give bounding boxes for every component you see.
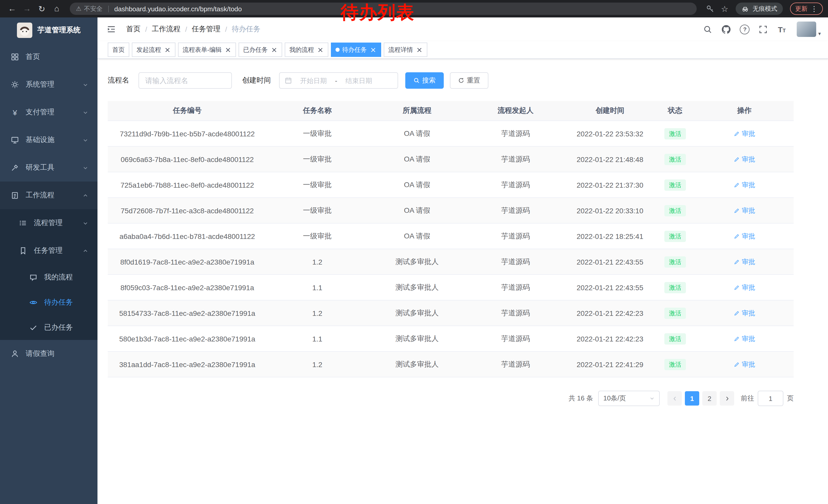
reset-button[interactable]: 重置 — [450, 72, 488, 89]
col-process: 所属流程 — [368, 101, 466, 121]
url-text[interactable]: dashboard.yudao.iocoder.cn/bpm/task/todo — [114, 5, 242, 12]
security-indicator[interactable]: ⚠ 不安全 — [76, 4, 102, 13]
col-initiator: 流程发起人 — [466, 101, 565, 121]
reload-button[interactable]: ↻ — [35, 2, 49, 16]
sidebar-item-todo-tasks[interactable]: 待办任务 — [0, 290, 97, 315]
chat-icon — [29, 273, 38, 281]
approve-button[interactable]: 审批 — [734, 231, 755, 241]
goto-page-input[interactable] — [758, 391, 783, 406]
sidebar-item-process-mgmt[interactable]: 流程管理 — [0, 209, 97, 237]
end-date-input[interactable] — [339, 76, 378, 85]
tab-item[interactable]: 我的流程 — [285, 43, 328, 57]
tab-item[interactable]: 首页 — [108, 43, 129, 57]
sidebar-item-my-process[interactable]: 我的流程 — [0, 265, 97, 290]
search-button[interactable] — [700, 21, 716, 37]
status-badge: 激活 — [664, 359, 686, 370]
update-button[interactable]: 更新 ⋮ — [790, 3, 823, 15]
cell-process: 测试多审批人 — [368, 352, 466, 377]
page-button-2[interactable]: 2 — [702, 391, 717, 406]
sidebar-item-payment-mgmt[interactable]: ¥ 支付管理 — [0, 98, 97, 126]
approve-button[interactable]: 审批 — [734, 180, 755, 189]
eye-icon — [29, 298, 38, 306]
browser-menu-dots-icon[interactable]: ⋮ — [811, 5, 818, 13]
sidebar-item-dev-tools[interactable]: 研发工具 — [0, 154, 97, 182]
next-page-button[interactable] — [720, 391, 734, 406]
tab-item[interactable]: 待办任务 — [331, 43, 381, 57]
tab-close-icon[interactable] — [224, 46, 232, 53]
app-title: 芋道管理系统 — [37, 26, 81, 35]
sidebar-item-label: 工作流程 — [26, 191, 54, 200]
sidebar-collapse-button[interactable] — [105, 22, 118, 36]
approve-button[interactable]: 审批 — [734, 308, 755, 318]
fullscreen-button[interactable] — [756, 21, 771, 37]
back-icon: ← — [8, 4, 16, 13]
help-icon: ? — [740, 25, 750, 34]
sidebar-item-label: 研发工具 — [26, 163, 54, 172]
breadcrumb-item-workflow[interactable]: 工作流程 — [152, 25, 180, 34]
tab-close-icon[interactable] — [369, 46, 377, 53]
github-button[interactable] — [719, 21, 734, 37]
sidebar-item-task-mgmt[interactable]: 任务管理 — [0, 237, 97, 265]
font-size-button[interactable]: TT — [774, 21, 790, 37]
user-menu[interactable]: ▾ — [797, 21, 821, 37]
tab-label: 首页 — [112, 45, 125, 54]
approve-button[interactable]: 审批 — [734, 334, 755, 343]
cell-create-time: 2022-01-21 22:42:23 — [565, 326, 655, 352]
tab-item[interactable]: 已办任务 — [239, 43, 282, 57]
sidebar-item-done-tasks[interactable]: 已办任务 — [0, 315, 97, 340]
sidebar-item-system-mgmt[interactable]: 系统管理 — [0, 71, 97, 98]
tab-item[interactable]: 发起流程 — [132, 43, 175, 57]
sidebar-item-workflow[interactable]: 工作流程 — [0, 182, 97, 209]
date-range-picker[interactable]: - — [279, 72, 398, 89]
approve-button[interactable]: 审批 — [734, 129, 755, 138]
bookmark-star-button[interactable]: ☆ — [718, 2, 732, 16]
cell-task-id: 73211d9d-7b9b-11ec-b5b7-acde48001122 — [108, 121, 267, 146]
cell-action: 审批 — [695, 326, 794, 352]
search-button-primary[interactable]: 搜索 — [405, 72, 444, 89]
process-name-input[interactable] — [138, 72, 232, 89]
cell-create-time: 2022-01-22 21:37:30 — [565, 172, 655, 198]
tab-close-icon[interactable] — [317, 46, 324, 53]
process-name-label: 流程名 — [108, 76, 129, 85]
tab-close-icon[interactable] — [164, 46, 171, 53]
cell-status: 激活 — [655, 249, 695, 275]
page-size-select[interactable]: 10条/页 — [598, 391, 660, 406]
start-date-input[interactable] — [294, 76, 333, 85]
forward-icon: → — [23, 4, 31, 13]
tab-label: 我的流程 — [289, 45, 314, 54]
password-key-button[interactable] — [703, 2, 717, 16]
approve-button[interactable]: 审批 — [734, 283, 755, 292]
avatar[interactable] — [797, 21, 816, 37]
breadcrumb-item-home[interactable]: 首页 — [126, 25, 140, 34]
status-badge: 激活 — [664, 128, 686, 139]
dashboard-icon — [10, 53, 19, 61]
sidebar-item-home[interactable]: 首页 — [0, 43, 97, 71]
edit-pencil-icon — [734, 156, 740, 162]
page-button-1[interactable]: 1 — [685, 391, 699, 406]
approve-label: 审批 — [742, 154, 755, 164]
tab-item[interactable]: 流程表单-编辑 — [178, 43, 236, 57]
cell-status: 激活 — [655, 300, 695, 326]
approve-button[interactable]: 审批 — [734, 154, 755, 164]
tab-close-icon[interactable] — [416, 46, 423, 53]
sidebar-item-infrastructure[interactable]: 基础设施 — [0, 126, 97, 154]
tab-label: 待办任务 — [342, 45, 367, 54]
cell-create-time: 2022-01-21 22:41:29 — [565, 352, 655, 377]
approve-button[interactable]: 审批 — [734, 360, 755, 369]
forward-button[interactable]: → — [20, 2, 34, 16]
breadcrumb-item-task-mgmt[interactable]: 任务管理 — [192, 25, 220, 34]
home-button[interactable]: ⌂ — [50, 2, 64, 16]
approve-button[interactable]: 审批 — [734, 206, 755, 215]
back-button[interactable]: ← — [5, 2, 19, 16]
tab-item[interactable]: 流程详情 — [384, 43, 427, 57]
cell-create-time: 2022-01-21 22:43:55 — [565, 249, 655, 275]
cell-task-name: 一级审批 — [267, 198, 368, 223]
app-logo-row[interactable]: 芋道管理系统 — [0, 17, 97, 43]
sidebar-item-leave-query[interactable]: 请假查询 — [0, 340, 97, 368]
cell-task-id: 381aa1dd-7ac8-11ec-a9e2-a2380e71991a — [108, 352, 267, 377]
task-table-body: 73211d9d-7b9b-11ec-b5b7-acde48001122一级审批… — [108, 121, 794, 377]
help-button[interactable]: ? — [737, 21, 753, 37]
approve-button[interactable]: 审批 — [734, 257, 755, 266]
prev-page-button[interactable] — [667, 391, 682, 406]
tab-close-icon[interactable] — [271, 46, 278, 53]
